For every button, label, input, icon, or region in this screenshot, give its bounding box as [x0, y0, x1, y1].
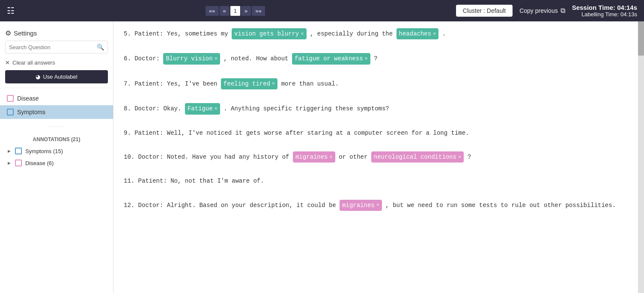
tag-neurological-conditions[interactable]: neurological conditions ✕ [371, 151, 464, 163]
search-icon: 🔍 [97, 44, 104, 50]
line10-middle: or other [339, 154, 371, 160]
line12-suffix: , but we need to run some tests to rule … [385, 202, 616, 209]
current-page-button[interactable]: 1 [230, 6, 240, 16]
logo-icon: ☷ [7, 6, 15, 16]
tag-migraines-12[interactable]: migraines ✕ [340, 200, 382, 211]
x-icon: ✕ [5, 59, 10, 66]
main-layout: ⚙ Settings 🔍 ✕ Clear all answers ◕ Use A… [0, 21, 644, 293]
conversation-line-6: 6. Doctor: Blurry vision ✕ , noted. How … [124, 53, 628, 64]
line7-suffix: more than usual. [281, 80, 339, 87]
annotation-group-symptoms[interactable]: ► Symptoms (15) [5, 145, 108, 157]
tag-close-icon[interactable]: ✕ [376, 201, 379, 209]
annotations-title: ANNOTATIONS (21) [5, 134, 108, 145]
tag-close-icon[interactable]: ✕ [215, 105, 218, 113]
settings-icon: ⚙ [5, 29, 11, 37]
disease-ann-checkbox[interactable] [15, 160, 22, 166]
symptoms-checkbox[interactable] [7, 109, 14, 115]
conversation-line-12: 12. Doctor: Alright. Based on your descr… [124, 200, 628, 211]
sidebar-top: ⚙ Settings 🔍 ✕ Clear all answers ◕ Use A… [0, 21, 113, 88]
divider: ········ [0, 122, 113, 130]
line10-suffix: ? [468, 154, 471, 160]
next-page-button[interactable]: » [241, 6, 251, 16]
tag-feeling-tired[interactable]: feeling tired ✕ [221, 78, 277, 89]
search-row[interactable]: 🔍 [5, 41, 108, 53]
tag-close-icon[interactable]: ✕ [458, 153, 461, 161]
symptoms-ann-checkbox[interactable] [15, 148, 22, 154]
annotation-group-disease[interactable]: ► Disease (6) [5, 157, 108, 169]
tag-vision-gets-blurry[interactable]: vision gets blurry ✕ [232, 28, 306, 39]
conversation-line-9: 9. Patient: Well, I've noticed it gets w… [124, 128, 628, 138]
line5-suffix: . [442, 30, 446, 37]
line6-suffix: ? [374, 55, 377, 62]
tag-close-icon[interactable]: ✕ [365, 55, 368, 63]
disease-label: Disease [17, 95, 39, 102]
tag-fatigue-or-weakness[interactable]: fatigue or weakness ✕ [292, 53, 370, 64]
line5-prefix: 5. Patient: Yes, sometimes my [124, 30, 232, 37]
tag-blurry-vision[interactable]: Blurry vision ✕ [163, 53, 220, 64]
disease-ann-label: Disease (6) [25, 160, 54, 166]
settings-label: Settings [14, 30, 37, 37]
annotations-section: ANNOTATIONS (21) ► Symptoms (15) ► Disea… [0, 130, 113, 172]
sidebar: ⚙ Settings 🔍 ✕ Clear all answers ◕ Use A… [0, 21, 113, 293]
prev-page-button[interactable]: « [220, 6, 230, 16]
conversation-line-11: 11. Patient: No, not that I'm aware of. [124, 176, 628, 186]
tag-fatigue[interactable]: Fatigue ✕ [185, 103, 220, 114]
chevron-right-icon-2: ► [7, 160, 12, 166]
line11-text: 11. Patient: No, not that I'm aware of. [124, 178, 264, 184]
session-info: Session Time: 04:14s Labelling Time: 04:… [572, 4, 637, 18]
disease-checkbox[interactable] [7, 95, 14, 102]
symptoms-label: Symptoms [17, 109, 45, 115]
tag-close-icon[interactable]: ✕ [215, 55, 218, 63]
line9-text: 9. Patient: Well, I've noticed it gets w… [124, 130, 469, 136]
labelling-time: Labelling Time: 04:13s [572, 11, 637, 18]
tag-close-icon[interactable]: ✕ [433, 30, 436, 38]
tag-close-icon[interactable]: ✕ [330, 153, 333, 161]
right-scrollbar[interactable] [638, 21, 644, 293]
line7-prefix: 7. Patient: Yes, I've been [124, 80, 221, 87]
first-page-button[interactable]: «« [206, 6, 218, 16]
pagination-controls: «« « 1 » »» [206, 6, 265, 16]
line6-prefix: 6. Doctor: [124, 55, 163, 62]
conversation-line-8: 8. Doctor: Okay. Fatigue ✕ . Anything sp… [124, 103, 628, 114]
conversation-line-5: 5. Patient: Yes, sometimes my vision get… [124, 28, 628, 39]
scroll-thumb[interactable] [638, 21, 644, 56]
line10-prefix: 10. Doctor: Noted. Have you had any hist… [124, 154, 293, 160]
chevron-right-icon: ► [7, 148, 12, 154]
session-time: Session Time: 04:14s [572, 4, 637, 11]
tag-close-icon[interactable]: ✕ [272, 80, 275, 88]
category-item-symptoms[interactable]: Symptoms [0, 105, 113, 119]
clear-all-answers-button[interactable]: ✕ Clear all answers [5, 57, 108, 68]
line8-suffix: . Anything specific triggering these sym… [224, 105, 389, 112]
tag-headaches[interactable]: headaches ✕ [397, 28, 439, 39]
tag-migraines-10[interactable]: migraines ✕ [293, 151, 335, 163]
nav-left: ☷ [7, 6, 15, 16]
tag-close-icon[interactable]: ✕ [301, 30, 304, 38]
line5-middle: , especially during the [310, 30, 397, 37]
symptoms-ann-label: Symptoms (15) [25, 148, 63, 154]
nav-right: Cluster : Default Copy previous ⧉ Sessio… [456, 4, 637, 18]
conversation-line-7: 7. Patient: Yes, I've been feeling tired… [124, 78, 628, 89]
line6-middle: , noted. How about [224, 55, 292, 62]
line12-prefix: 12. Doctor: Alright. Based on your descr… [124, 202, 340, 209]
copy-previous-button[interactable]: Copy previous ⧉ [519, 7, 565, 15]
copy-icon: ⧉ [561, 7, 565, 15]
category-list: Disease Symptoms [0, 88, 113, 122]
top-navigation: ☷ «« « 1 » »» Cluster : Default Copy pre… [0, 0, 644, 21]
settings-row: ⚙ Settings [5, 26, 108, 41]
category-item-disease[interactable]: Disease [0, 92, 113, 105]
cluster-button[interactable]: Cluster : Default [456, 5, 513, 17]
line8-prefix: 8. Doctor: Okay. [124, 105, 185, 112]
use-autolabel-button[interactable]: ◕ Use Autolabel [5, 70, 108, 83]
search-input[interactable] [9, 44, 97, 50]
autolabel-icon: ◕ [36, 74, 40, 80]
conversation-line-10: 10. Doctor: Noted. Have you had any hist… [124, 151, 628, 163]
content-area: 5. Patient: Yes, sometimes my vision get… [113, 21, 638, 293]
last-page-button[interactable]: »» [252, 6, 265, 16]
